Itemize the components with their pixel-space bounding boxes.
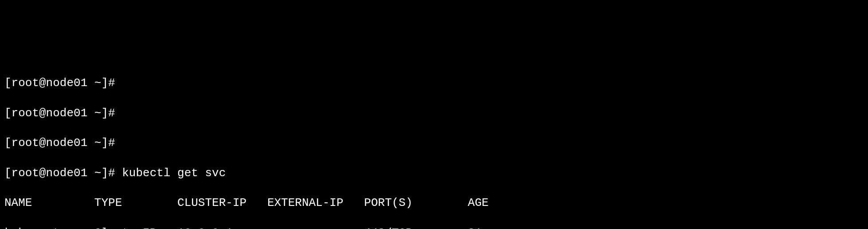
- table-row: kubernetes ClusterIP 10.0.0.1 <none> 443…: [4, 226, 864, 229]
- prompt-line: [root@node01 ~]#: [4, 76, 864, 91]
- prompt: [root@node01 ~]#: [4, 166, 115, 180]
- command: kubectl get svc: [122, 166, 226, 180]
- prompt-line: [root@node01 ~]#: [4, 106, 864, 121]
- command-line: [root@node01 ~]# kubectl get svc: [4, 166, 864, 181]
- table-header: NAME TYPE CLUSTER-IP EXTERNAL-IP PORT(S)…: [4, 196, 864, 211]
- prompt: [root@node01 ~]#: [4, 136, 115, 150]
- prompt: [root@node01 ~]#: [4, 107, 115, 120]
- prompt: [root@node01 ~]#: [4, 76, 115, 90]
- terminal-output[interactable]: [root@node01 ~]# [root@node01 ~]# [root@…: [0, 60, 868, 229]
- prompt-line: [root@node01 ~]#: [4, 136, 864, 151]
